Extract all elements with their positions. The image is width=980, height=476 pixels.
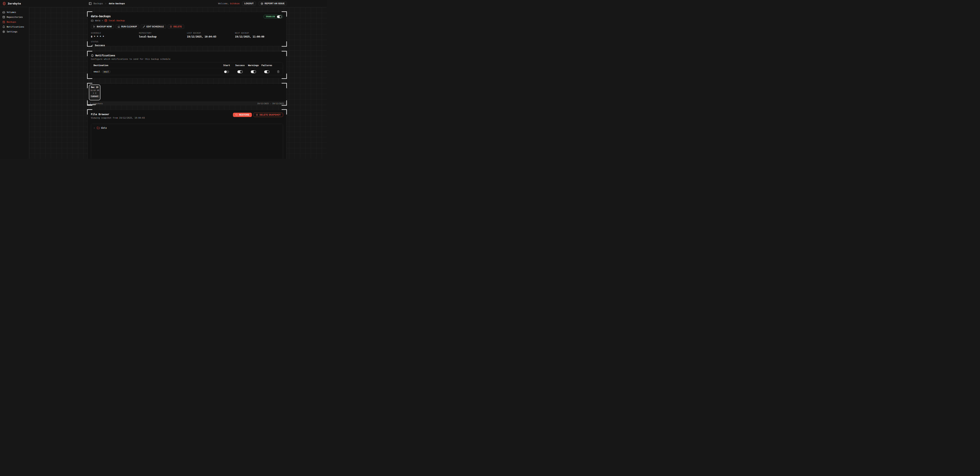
arrow-right-icon: → [102, 19, 103, 22]
zerobyte-logo-icon [2, 2, 6, 5]
column-warnings: Warnings [247, 64, 260, 67]
column-failures: Failures [260, 64, 274, 67]
welcome-text: Welcome, bitdoze [218, 2, 239, 5]
repository-link[interactable]: local-backup [108, 19, 124, 22]
notifications-table: Destination Start Success Warnings Failu… [91, 62, 283, 75]
sidebar-item-label: Volumes [7, 11, 16, 14]
snapshot-time: 10:04 AM [90, 89, 99, 91]
gear-icon [2, 30, 5, 33]
lifebuoy-icon [261, 2, 263, 5]
field-value: 19/12/2025, 11:00:00 [235, 35, 283, 38]
eraser-icon [118, 25, 120, 28]
field-value: local-backup [139, 35, 187, 38]
field-last-backup: LAST BACKUP 19/12/2025, 10:04:03 [187, 32, 235, 38]
backup-detail-card: data-backups data → local-backup [88, 12, 286, 46]
report-issue-button[interactable]: REPORT AN ISSUE [258, 2, 287, 6]
sidebar-item-label: Settings [7, 30, 18, 33]
logout-button[interactable]: LOGOUT [242, 2, 256, 6]
sidebar-item-label: Notifications [7, 25, 24, 28]
snapshots-timeline-card: Dec 19 10:04 AM 6 B Latest 1 snapshots 1… [88, 83, 286, 105]
field-label: REPOSITORY [139, 32, 187, 34]
breadcrumb-section[interactable]: Backups [94, 2, 103, 5]
check-icon [91, 44, 93, 47]
backup-now-button[interactable]: BACKUP NOW [91, 25, 114, 29]
latest-badge: Latest [90, 95, 99, 97]
field-label: LAST BACKUP [187, 32, 235, 34]
field-label: NEXT BACKUP [235, 32, 283, 34]
pencil-icon [143, 25, 145, 28]
toggle-success[interactable] [237, 70, 243, 73]
toggle-failures[interactable] [264, 70, 269, 73]
file-browser-card: File Browser Viewing snapshot from 19/12… [88, 109, 286, 159]
column-destination: Destination [91, 64, 220, 67]
database-icon [105, 19, 107, 22]
status-text: Success [95, 44, 105, 47]
play-icon [93, 25, 95, 28]
sidebar-item-settings[interactable]: Settings [0, 29, 29, 34]
sidebar-item-volumes[interactable]: Volumes [0, 10, 29, 14]
backup-source-row: data → local-backup [91, 19, 125, 22]
column-start: Start [220, 64, 233, 67]
sidebar: Volumes Repositories Backups Notificatio… [0, 7, 29, 159]
sidebar-item-repositories[interactable]: Repositories [0, 14, 29, 19]
toggle-start[interactable] [224, 70, 229, 73]
snapshots-footer: 1 snapshots 19/12/2025 - 19/12/2025 [88, 102, 286, 105]
file-tree-panel: data [91, 124, 283, 159]
run-cleanup-button[interactable]: RUN CLEANUP [115, 25, 139, 29]
sidebar-item-label: Backups [7, 21, 16, 23]
run-cleanup-label: RUN CLEANUP [121, 25, 137, 28]
toggle-warnings[interactable] [251, 70, 256, 73]
field-value: 0 * * * * [91, 35, 139, 38]
snapshot-date: Dec 19 [91, 86, 98, 88]
hard-drive-icon [91, 19, 94, 22]
destination-name: email [94, 70, 100, 73]
notifications-title: Notifications [95, 54, 115, 57]
bell-icon [2, 25, 5, 28]
enabled-switch[interactable] [277, 16, 282, 18]
restore-button[interactable]: RESTORE [233, 113, 252, 117]
restore-label: RESTORE [239, 114, 249, 116]
database-icon [2, 16, 5, 19]
file-browser-actions: RESTORE DELETE SNAPSHOT [233, 113, 283, 117]
report-issue-label: REPORT AN ISSUE [264, 2, 285, 5]
snapshot-chip-selected[interactable]: Dec 19 10:04 AM 6 B Latest [89, 84, 100, 100]
enabled-toggle[interactable]: ENABLED [263, 14, 283, 19]
notifications-subtitle: Configure which notifications to send fo… [91, 58, 283, 60]
breadcrumb: Backups data-backups [89, 0, 125, 7]
edit-schedule-button[interactable]: EDIT SCHEDULE [141, 25, 166, 29]
field-label: SCHEDULE [91, 32, 139, 34]
delete-label: DELETE [173, 25, 182, 28]
notifications-card: Notifications Configure which notificati… [88, 51, 286, 78]
delete-snapshot-label: DELETE SNAPSHOT [259, 114, 281, 116]
backup-now-label: BACKUP NOW [97, 25, 112, 28]
tree-item-label: data [101, 127, 107, 129]
delete-button[interactable]: DELETE [168, 25, 184, 29]
field-repository: REPOSITORY local-backup [139, 32, 187, 38]
breadcrumb-current: data-backups [109, 2, 125, 5]
trash-icon[interactable] [277, 70, 280, 73]
header-right: Welcome, bitdoze LOGOUT REPORT AN ISSUE [218, 0, 287, 7]
snapshot-date-range: 19/12/2025 - 19/12/2025 [257, 102, 284, 105]
tree-item-data[interactable]: data [93, 125, 281, 130]
sidebar-item-notifications[interactable]: Notifications [0, 24, 29, 29]
sidebar-toggle-icon[interactable] [89, 2, 92, 5]
field-label: STATUS [91, 41, 139, 43]
file-browser-subtitle: Viewing snapshot from 19/12/2025, 10:04:… [91, 117, 145, 119]
chevron-right-icon[interactable] [93, 127, 95, 129]
table-row: email email [91, 68, 283, 75]
app-window: Zerobyte Backups data-backups Welcome, b… [0, 0, 327, 159]
app-name: Zerobyte [8, 2, 21, 5]
notifications-header: Notifications [91, 54, 283, 57]
table-header-row: Destination Start Success Warnings Failu… [91, 62, 283, 68]
top-bar: Zerobyte Backups data-backups Welcome, b… [0, 0, 327, 7]
snapshot-size: 6 B [93, 92, 96, 94]
timeline-scrollbar-thumb[interactable] [88, 105, 96, 105]
backup-title: data-backups [91, 14, 125, 18]
sidebar-item-backups[interactable]: Backups [0, 19, 29, 24]
edit-schedule-label: EDIT SCHEDULE [146, 25, 164, 28]
field-status: STATUS Success [91, 41, 139, 47]
delete-snapshot-button[interactable]: DELETE SNAPSHOT [253, 113, 283, 117]
backup-fields: SCHEDULE 0 * * * * REPOSITORY local-back… [91, 32, 283, 47]
snapshot-count: 1 snapshots [90, 102, 103, 105]
corner-bracket [282, 83, 287, 88]
